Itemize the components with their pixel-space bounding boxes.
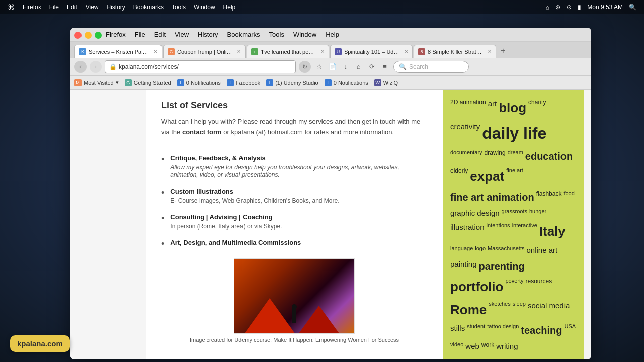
menu-history[interactable]: History <box>107 4 125 11</box>
menu-tools[interactable]: Tools <box>172 4 186 11</box>
bookmark-getting-started[interactable]: G Getting Started <box>125 79 171 86</box>
tag-work[interactable]: work <box>481 340 494 352</box>
tag-resources[interactable]: resources <box>526 277 552 298</box>
menu-window[interactable]: Window <box>194 4 215 11</box>
tag-web[interactable]: web <box>465 340 479 352</box>
tag-drawing[interactable]: drawing <box>485 148 506 164</box>
tag-grassroots[interactable]: grassroots <box>502 207 527 219</box>
new-tab-button[interactable]: + <box>497 45 509 57</box>
tab-0[interactable]: K Services – Kristen Palana'... ✕ <box>74 45 162 58</box>
tag-painting[interactable]: painting <box>450 258 477 275</box>
tab-1-close[interactable]: ✕ <box>237 49 241 54</box>
tag-creativity[interactable]: creativity <box>450 121 480 146</box>
menu-bookmarks[interactable]: Bookmarks <box>133 4 164 11</box>
reload-button[interactable]: ↻ <box>299 61 311 73</box>
minimize-button[interactable] <box>85 32 92 39</box>
bookmark-notifications-2[interactable]: f 0 Notifications <box>325 79 368 86</box>
browser-menu-help[interactable]: Help <box>326 31 339 38</box>
tag-flashback[interactable]: flashback <box>536 189 562 205</box>
menu-firefox[interactable]: Firefox <box>23 4 41 11</box>
tag-online-art[interactable]: online art <box>526 244 557 256</box>
tab-3[interactable]: U Spirituality 101 – Udemy ✕ <box>330 45 413 58</box>
tag-italy[interactable]: Italy <box>539 221 566 242</box>
bookmark-notifications-1[interactable]: f 0 Notifications <box>177 79 221 86</box>
tab-4[interactable]: 8 8 Simple Killer Strategies ... ✕ <box>414 45 496 58</box>
tag-social-media[interactable]: social media <box>528 300 570 321</box>
tag-graphic-design[interactable]: graphic design <box>450 207 500 219</box>
tab-0-close[interactable]: ✕ <box>153 49 157 54</box>
bookmark-facebook[interactable]: f Facebook <box>227 79 260 86</box>
tag-illustration[interactable]: illustration <box>450 221 485 242</box>
tag-hunger[interactable]: hunger <box>529 207 546 219</box>
tab-2[interactable]: i 'I've learned that people ... ✕ <box>247 45 329 58</box>
bookmark-star-icon[interactable]: ☆ <box>314 61 325 72</box>
notifications2-icon: f <box>325 79 332 86</box>
search-icon[interactable]: 🔍 <box>629 4 636 11</box>
tag-sleep[interactable]: sleep <box>513 300 526 321</box>
forward-button[interactable]: › <box>90 61 102 73</box>
tag-language[interactable]: language <box>450 244 473 256</box>
menu-edit[interactable]: Edit <box>67 4 77 11</box>
menu-file[interactable]: File <box>49 4 59 11</box>
browser-menu-view[interactable]: View <box>175 31 189 38</box>
tag-poverty[interactable]: poverty <box>505 277 523 298</box>
reader-icon[interactable]: 📄 <box>327 61 338 72</box>
tab-4-close[interactable]: ✕ <box>488 49 492 54</box>
search-bar[interactable]: 🔍 Search <box>393 61 469 73</box>
contact-link[interactable]: contact form <box>182 128 222 136</box>
apple-menu[interactable]: ⌘ <box>8 3 15 11</box>
tag-education[interactable]: education <box>525 148 573 164</box>
menu-icon[interactable]: ≡ <box>379 61 390 72</box>
tag-fine-art-animation[interactable]: fine art animation <box>450 189 534 205</box>
tag-video[interactable]: video <box>450 340 463 352</box>
back-button[interactable]: ‹ <box>74 61 87 73</box>
menu-help[interactable]: Help <box>223 4 236 11</box>
url-bar[interactable]: 🔒 kpalana.com/services/ <box>105 60 296 73</box>
battery-icon: ▮ <box>578 4 581 11</box>
browser-menu-window[interactable]: Window <box>293 31 316 38</box>
browser-menu-tools[interactable]: Tools <box>269 31 284 38</box>
tab-3-close[interactable]: ✕ <box>404 49 408 54</box>
tag-documentary[interactable]: documentary <box>450 148 482 164</box>
maximize-button[interactable] <box>95 32 102 39</box>
tag-teaching[interactable]: teaching <box>521 322 562 338</box>
tag-usa[interactable]: USA <box>565 322 576 338</box>
tag-food[interactable]: food <box>564 189 574 205</box>
tag-rome[interactable]: Rome <box>450 300 487 321</box>
tag-stills[interactable]: stills <box>450 322 465 338</box>
tag-intentions[interactable]: intentions <box>487 221 510 242</box>
tag-tattoo-design[interactable]: tattoo design <box>487 322 519 338</box>
tag-writing[interactable]: writing <box>496 340 518 352</box>
tag-fine-art[interactable]: fine art <box>506 166 523 188</box>
bookmark-wiziq[interactable]: W WiziQ <box>374 79 398 86</box>
tag-daily-life[interactable]: daily life <box>482 121 546 146</box>
tag-massachusetts[interactable]: Massachusetts <box>488 244 524 256</box>
tag-sketches[interactable]: sketches <box>489 300 510 321</box>
tag-elderly[interactable]: elderly <box>450 166 468 188</box>
tag-art[interactable]: art <box>488 98 497 119</box>
tag-blog[interactable]: blog <box>499 98 526 119</box>
tag-student[interactable]: student <box>467 322 485 338</box>
tag-logo[interactable]: logo <box>475 244 486 256</box>
close-button[interactable] <box>74 32 82 39</box>
tag-parenting[interactable]: parenting <box>479 258 525 275</box>
tag-2d-animation[interactable]: 2D animation <box>450 98 486 119</box>
tag-portfolio[interactable]: portfolio <box>450 277 503 298</box>
menu-view[interactable]: View <box>86 4 99 11</box>
bookmark-most-visited[interactable]: M Most Visited ▾ <box>74 79 119 86</box>
tag-interactive[interactable]: interactive <box>512 221 537 242</box>
tag-charity[interactable]: charity <box>528 98 546 119</box>
browser-menu-firefox[interactable]: Firefox <box>106 31 126 38</box>
home-icon[interactable]: ⌂ <box>353 61 364 72</box>
browser-menu-history[interactable]: History <box>198 31 218 38</box>
tab-1[interactable]: C CouponTrump | Online L... ✕ <box>163 45 246 58</box>
tag-expat[interactable]: expat <box>470 166 504 188</box>
bookmark-udemy-studio[interactable]: f (1) Udemy Studio <box>266 79 318 86</box>
browser-menu-edit[interactable]: Edit <box>154 31 166 38</box>
browser-menu-bookmarks[interactable]: Bookmarks <box>227 31 260 38</box>
tab-2-close[interactable]: ✕ <box>320 49 325 54</box>
sync-icon[interactable]: ⟳ <box>366 61 377 72</box>
tag-dream[interactable]: dream <box>508 148 523 164</box>
download-icon[interactable]: ↓ <box>340 61 351 72</box>
browser-menu-file[interactable]: File <box>135 31 145 38</box>
